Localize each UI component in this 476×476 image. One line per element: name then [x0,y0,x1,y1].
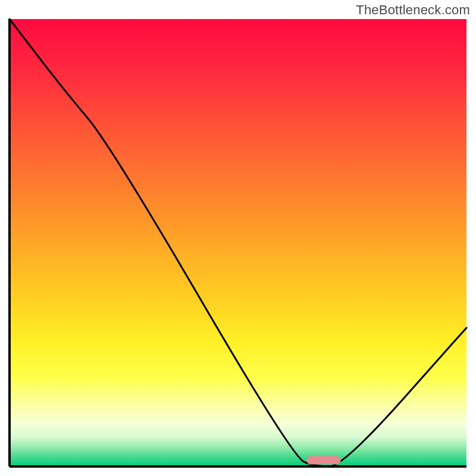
optimal-marker [306,456,341,464]
chart-container: TheBottleneck.com [0,0,476,476]
chart-svg [0,0,476,476]
plot-background [10,19,466,466]
